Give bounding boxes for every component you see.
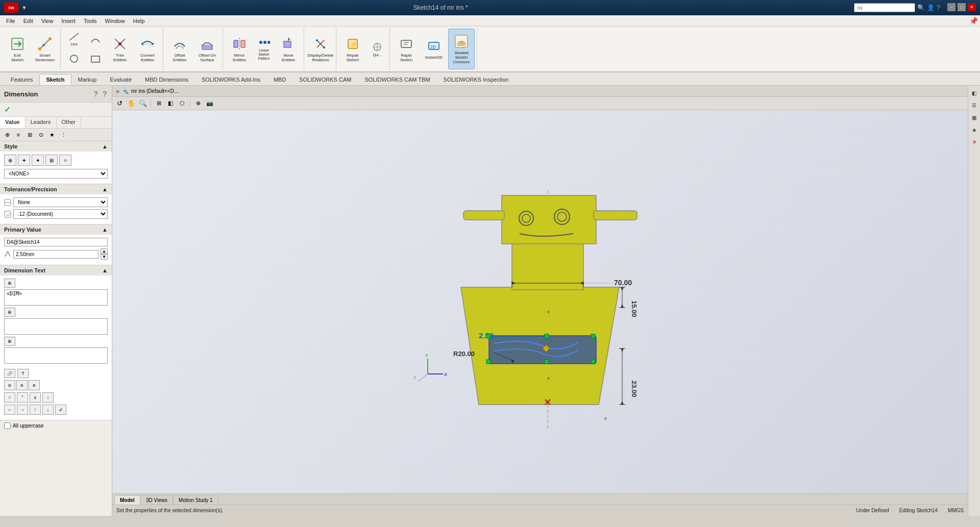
tab-evaluate[interactable]: Evaluate [103, 74, 138, 85]
misc-btn-5[interactable]: ← [4, 405, 15, 415]
icon-select[interactable]: ⊕ [2, 130, 12, 140]
link-icon-btn[interactable]: 🔗 [4, 369, 15, 378]
icon-grid[interactable]: ⊞ [24, 130, 35, 140]
align-left-btn[interactable]: ≡ [4, 380, 15, 390]
trim-entities-button[interactable]: TrimEntities [107, 29, 133, 69]
icon-options[interactable]: ⋮ [58, 130, 68, 140]
ptab-leaders[interactable]: Leaders [26, 117, 57, 128]
tree-expand-icon[interactable]: ▶ [116, 89, 120, 94]
ptab-other[interactable]: Other [57, 117, 82, 128]
icon-pin[interactable]: ⊙ [36, 130, 46, 140]
menu-insert[interactable]: Insert [57, 17, 80, 25]
dim-icon-btn-2[interactable]: ⊕ [4, 308, 15, 317]
tab-solidworks-cam-tbm[interactable]: SOLIDWORKS CAM TBM [358, 74, 436, 85]
menu-edit[interactable]: Edit [19, 17, 37, 25]
mirror-entities-button[interactable]: MirrorEntities [226, 29, 253, 69]
misc-btn-2[interactable]: ° [17, 392, 28, 403]
misc-btn-8[interactable]: ↓ [42, 405, 54, 415]
section-view-btn[interactable]: ⊕ [193, 98, 203, 109]
ptab-value[interactable]: Value [0, 117, 26, 128]
search-input[interactable] [854, 3, 915, 12]
linear-pattern-button[interactable]: LinearSketchPattern [254, 39, 274, 59]
rect-button[interactable] [85, 49, 106, 69]
misc-btn-6[interactable]: → [17, 405, 28, 415]
instant2d-button[interactable]: 2D Instant2D [421, 29, 447, 69]
panel-help2-icon[interactable]: ? [102, 89, 108, 99]
tolerance-dropdown[interactable]: None [13, 197, 108, 207]
primary-value-header[interactable]: Primary Value ▲ [0, 224, 112, 235]
maximize-button[interactable]: □ [958, 3, 966, 11]
right-icon-1[interactable]: ◧ [969, 88, 979, 98]
right-icon-4[interactable]: ◈ [969, 124, 979, 135]
minimize-button[interactable]: − [947, 3, 955, 11]
value-spin-down[interactable]: ▼ [101, 254, 108, 260]
misc-btn-1[interactable]: ○ [4, 392, 15, 403]
offset-surface-button[interactable]: Offset OnSurface [194, 29, 220, 69]
style-section-header[interactable]: Style ▲ [0, 141, 112, 152]
pin-icon[interactable]: 📌 [969, 17, 978, 25]
value-spin-up[interactable]: ▲ [101, 248, 108, 254]
panel-help-icon[interactable]: ? [92, 89, 99, 99]
tab-solidworks-cam[interactable]: SOLIDWORKS CAM [292, 74, 358, 85]
rapid-sketch-button[interactable]: RapidSketch [393, 29, 420, 69]
arc-button[interactable] [85, 30, 106, 49]
rotate-view-btn[interactable]: ↺ [114, 98, 125, 109]
menu-view[interactable]: View [37, 17, 58, 25]
text-icon-btn[interactable]: T [17, 369, 29, 378]
right-icon-5[interactable]: ✕ [969, 137, 979, 147]
tab-mbd-dimensions[interactable]: MBD Dimensions [138, 74, 195, 85]
style-btn-4[interactable]: ⊞ [45, 155, 58, 166]
dim-icon-btn-1[interactable]: ⊕ [4, 279, 15, 288]
icon-star[interactable]: ★ [47, 130, 57, 140]
dim-text-area-1[interactable]: <DIM> [4, 289, 108, 306]
align-right-btn[interactable]: ≡ [29, 380, 40, 390]
tab-3d-views[interactable]: 3D Views [140, 495, 173, 505]
tolerance-section-header[interactable]: Tolerance/Precision ▲ [0, 184, 112, 194]
exit-sketch-button[interactable]: ExitSketch [4, 29, 31, 69]
tab-markup[interactable]: Markup [71, 74, 104, 85]
view-orientation-btn[interactable]: ⊞ [154, 98, 164, 109]
close-button[interactable]: ✕ [968, 3, 976, 11]
line-button[interactable]: Line [64, 30, 84, 49]
dim-text-header[interactable]: Dimension Text ▲ [0, 265, 112, 275]
dim-text-area-2[interactable] [4, 318, 108, 335]
search-icon[interactable]: 🔍 [917, 4, 925, 11]
quick-snaps-button[interactable]: Qui... [367, 39, 387, 59]
display-delete-button[interactable]: Display/DeleteRelations [307, 29, 334, 69]
zoom-btn[interactable]: 🔍 [138, 98, 148, 109]
tab-features[interactable]: Features [4, 74, 39, 85]
tab-inspection[interactable]: SOLIDWORKS Inspection [437, 74, 516, 85]
tab-model[interactable]: Model [114, 495, 140, 505]
right-icon-3[interactable]: ▦ [969, 112, 979, 122]
misc-btn-4[interactable]: ↕ [42, 392, 54, 403]
sketch-ref-input[interactable]: D4@Sketch14 [4, 238, 108, 246]
style-btn-5[interactable]: ✧ [59, 155, 71, 166]
shaded-btn[interactable]: ◧ [165, 98, 176, 109]
offset-entities-button[interactable]: OffsetEntities [166, 29, 193, 69]
circle-button[interactable] [64, 49, 84, 69]
style-btn-3[interactable]: ✦ [32, 155, 44, 166]
convert-entities-button[interactable]: ConvertEntities [134, 29, 161, 69]
value-input[interactable] [13, 250, 99, 259]
menu-tools[interactable]: Tools [80, 17, 101, 25]
smart-dimension-button[interactable]: D SmartDimension [32, 29, 58, 69]
icon-list[interactable]: ≡ [13, 130, 23, 140]
camera-btn[interactable]: 📷 [205, 98, 215, 109]
precision-dropdown[interactable]: .12 (Document) [13, 209, 108, 219]
right-icon-2[interactable]: ☰ [969, 100, 979, 110]
menu-help[interactable]: Help [129, 17, 149, 25]
style-btn-2[interactable]: ✦ [18, 155, 30, 166]
dim-icon-btn-3[interactable]: ⊕ [4, 337, 15, 346]
tab-sketch[interactable]: Sketch [39, 74, 71, 85]
menu-window[interactable]: Window [101, 17, 129, 25]
align-center-btn[interactable]: ≡ [16, 380, 28, 390]
repair-sketch-button[interactable]: ⚡ RepairSketch [339, 29, 366, 69]
move-entities-button[interactable]: MoveEntities [275, 29, 302, 69]
misc-btn-9[interactable]: ↲ [55, 405, 66, 415]
shaded-contours-button[interactable]: Shaded SketchContours [448, 29, 475, 69]
menu-file[interactable]: File [2, 17, 19, 25]
style-btn-1[interactable]: ⊕ [4, 155, 16, 166]
viewport[interactable]: X Y Z [112, 110, 968, 516]
all-uppercase-checkbox[interactable] [4, 422, 11, 429]
misc-btn-7[interactable]: ↑ [30, 405, 41, 415]
